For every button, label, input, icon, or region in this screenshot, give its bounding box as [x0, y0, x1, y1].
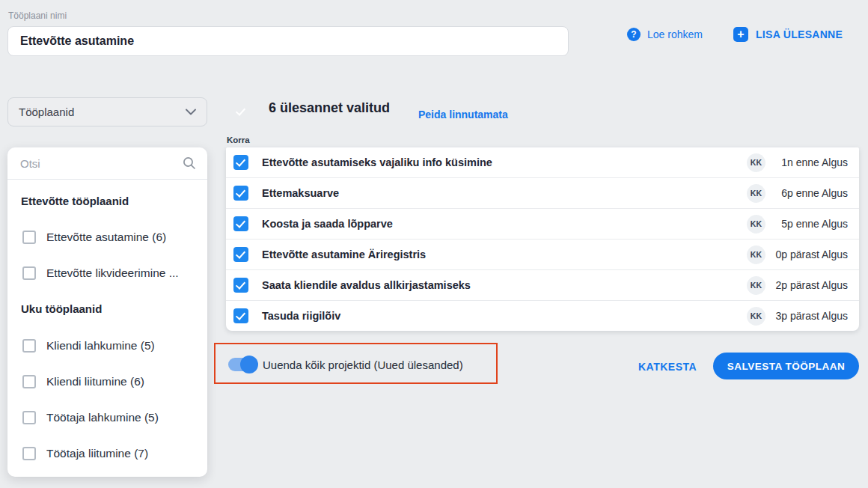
workplan-option[interactable]: Kliendi liitumine (6) [22, 373, 144, 390]
group-heading: Ettevõtte tööplaanid [21, 195, 129, 207]
checkbox-unchecked-icon[interactable] [22, 339, 36, 353]
task-list: Ettevõtte asutamiseks vajaliku info küsi… [226, 147, 859, 331]
workplan-option-label: Töötaja liitumine (7) [46, 447, 148, 460]
workplan-option-label: Kliendi liitumine (6) [46, 375, 144, 388]
task-checkbox-checked[interactable] [233, 308, 248, 323]
task-title: Ettemaksuarve [262, 187, 747, 199]
workplan-option[interactable]: Kliendi lahkumine (5) [22, 338, 155, 354]
update-all-projects-toggle[interactable] [228, 358, 257, 371]
task-row[interactable]: Ettevõtte asutamiseks vajaliku info küsi… [226, 147, 859, 178]
add-task-label: LISA ÜLESANNE [756, 28, 843, 40]
task-row[interactable]: Koosta ja saada lõpparve KK 5p enne Algu… [226, 209, 859, 240]
workplan-option-label: Ettevõtte likvideerimine ... [46, 266, 179, 280]
search-input[interactable] [19, 156, 183, 171]
workplan-option-label: Töötaja lahkumine (5) [46, 411, 159, 424]
task-title: Koosta ja saada lõpparve [262, 218, 747, 230]
group-heading: Uku tööplaanid [21, 302, 102, 315]
assignee-avatar: KK [747, 307, 765, 326]
workplan-option-label: Kliendi lahkumine (5) [46, 339, 155, 353]
assignee-avatar: KK [747, 184, 765, 203]
task-checkbox-checked[interactable] [233, 155, 248, 170]
task-checkbox-checked[interactable] [233, 186, 248, 201]
workplan-option[interactable]: Ettevõtte likvideerimine ... [22, 265, 179, 281]
workplan-picker-panel: Ettevõtte tööplaanid Ettevõtte asutamine… [7, 147, 207, 477]
checkbox-unchecked-icon[interactable] [22, 447, 36, 460]
search-row [7, 147, 207, 180]
task-checkbox-checked[interactable] [233, 247, 248, 262]
checkbox-unchecked-icon[interactable] [22, 375, 36, 388]
task-checkbox-checked[interactable] [233, 278, 248, 293]
workplan-name-label: Tööplaani nimi [8, 10, 67, 21]
workplan-option-label: Ettevõtte asutamine (6) [46, 231, 166, 244]
task-timing: 2p pärast Algus [773, 279, 848, 291]
task-title: Saata kliendile avaldus allkirjastamisek… [262, 279, 747, 291]
selected-count-title: 6 ülesannet valitud [269, 100, 390, 116]
task-title: Ettevõtte asutamiseks vajaliku info küsi… [262, 156, 747, 168]
task-row[interactable]: Tasuda riigilõiv KK 3p pärast Algus [226, 301, 859, 331]
update-all-projects-label: Uuenda kõik projektid (Uued ülesanded) [263, 359, 463, 371]
task-title: Tasuda riigilõiv [262, 310, 747, 322]
task-title: Ettevõtte asutamine Äriregistris [262, 248, 747, 260]
checkbox-unchecked-icon[interactable] [22, 411, 36, 424]
task-timing: 0p pärast Algus [773, 248, 848, 260]
search-icon [183, 156, 196, 170]
workplans-dropdown[interactable]: Tööplaanid [7, 97, 207, 126]
assignee-avatar: KK [747, 276, 765, 295]
checkbox-unchecked-icon[interactable] [22, 231, 36, 244]
read-more-label: Loe rohkem [647, 28, 703, 40]
task-row[interactable]: Ettevõtte asutamine Äriregistris KK 0p p… [226, 240, 859, 270]
task-row[interactable]: Saata kliendile avaldus allkirjastamisek… [226, 270, 859, 301]
read-more-link[interactable]: ? Loe rohkem [627, 28, 703, 41]
task-timing: 3p pärast Algus [773, 310, 848, 322]
assignee-avatar: KK [747, 245, 765, 264]
toggle-knob [240, 356, 258, 373]
checkbox-unchecked-icon[interactable] [22, 266, 36, 280]
workplan-name-input[interactable] [7, 26, 569, 56]
task-row[interactable]: Ettemaksuarve KK 6p enne Algus [226, 178, 859, 209]
assignee-avatar: KK [747, 153, 765, 172]
chevron-down-icon [186, 109, 196, 115]
workplan-option[interactable]: Töötaja lahkumine (5) [22, 409, 159, 426]
column-label: Korra [227, 135, 250, 144]
task-timing: 5p enne Algus [773, 218, 848, 230]
assignee-avatar: KK [747, 215, 765, 234]
task-timing: 1n enne Algus [773, 156, 848, 168]
workplan-option[interactable]: Töötaja liitumine (7) [22, 445, 148, 462]
workplan-option[interactable]: Ettevõtte asutamine (6) [22, 229, 166, 245]
plus-icon: + [733, 27, 748, 42]
task-checkbox-checked[interactable] [233, 216, 248, 231]
cancel-button[interactable]: KATKESTA [638, 361, 697, 373]
add-task-button[interactable]: + LISA ÜLESANNE [733, 27, 843, 42]
hide-unchecked-link[interactable]: Peida linnutamata [418, 109, 508, 121]
task-timing: 6p enne Algus [773, 187, 848, 199]
help-question-icon: ? [627, 28, 641, 41]
save-workplan-button[interactable]: SALVESTA TÖÖPLAAN [713, 353, 859, 379]
workplans-dropdown-value: Tööplaanid [19, 106, 186, 118]
